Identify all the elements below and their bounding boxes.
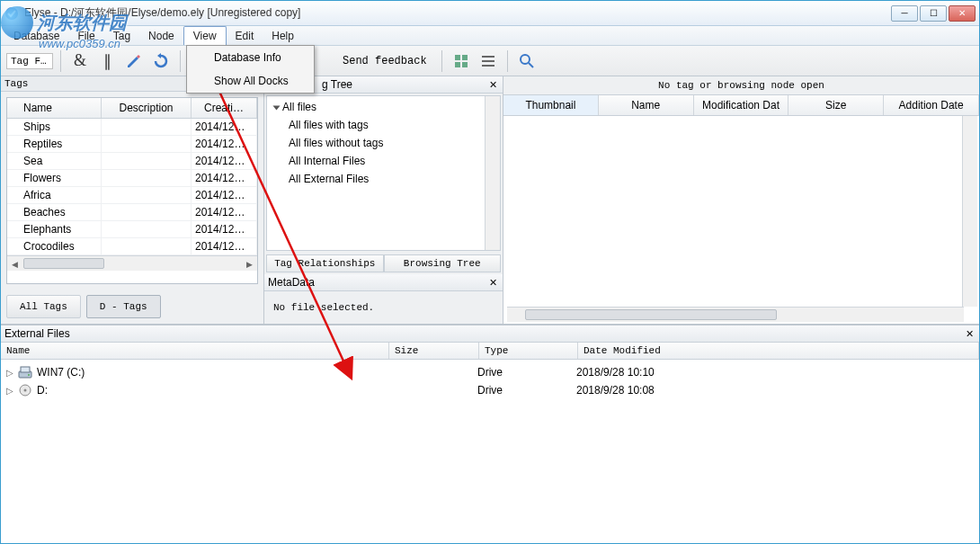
external-files-title: External Files — [4, 327, 70, 340]
col-description[interactable]: Description — [102, 98, 192, 118]
menu-database[interactable]: Database — [4, 26, 68, 45]
close-button[interactable]: ✕ — [949, 5, 976, 22]
table-row[interactable]: Reptiles2014/12… — [7, 136, 257, 153]
table-row[interactable]: Africa2014/12… — [7, 187, 257, 204]
tab-d-tags[interactable]: D - Tags — [86, 295, 161, 318]
thumb-vscrollbar[interactable] — [962, 116, 977, 307]
table-row[interactable]: Ships2014/12… — [7, 119, 257, 136]
tab-tag-relationships[interactable]: Tag Relationships — [266, 254, 384, 272]
scroll-left-icon[interactable]: ◀ — [7, 256, 22, 272]
menu-file[interactable]: File — [68, 26, 103, 45]
send-feedback-button[interactable]: Send feedback — [335, 55, 434, 67]
close-dock-icon[interactable]: ✕ — [486, 276, 499, 289]
ampersand-button[interactable]: & — [68, 49, 92, 73]
middle-column: g Tree ✕ All files All files with tags A… — [264, 76, 503, 324]
tree-root[interactable]: All files — [267, 98, 500, 116]
col-size[interactable]: Size — [389, 343, 479, 359]
col-date-modified[interactable]: Date Modified — [578, 343, 979, 359]
upper-split: Tags Name Description Creati… Ships2014/… — [1, 76, 979, 325]
scroll-right-icon[interactable]: ▶ — [242, 256, 257, 272]
list-item[interactable]: ▷WIN7 (C:)Drive2018/9/28 10:10 — [1, 363, 979, 381]
svg-point-14 — [24, 389, 27, 392]
titlebar: Elyse - D:/河东软件园/Elyse/demo.ely [Unregis… — [1, 1, 979, 26]
external-files-panel: External Files ✕ Name Size Type Date Mod… — [1, 325, 979, 543]
menubar: Database File Tag Node View Edit Help — [1, 26, 979, 46]
minimize-button[interactable]: ─ — [891, 5, 918, 22]
svg-rect-7 — [482, 65, 494, 67]
menu-help[interactable]: Help — [263, 26, 303, 45]
tab-browsing-tree[interactable]: Browsing Tree — [384, 254, 502, 272]
tree-vscrollbar[interactable] — [485, 96, 500, 250]
scroll-thumb[interactable] — [23, 258, 104, 269]
svg-rect-1 — [455, 55, 460, 60]
menu-tag[interactable]: Tag — [104, 26, 139, 45]
col-name[interactable]: Name — [7, 98, 102, 118]
svg-point-12 — [28, 374, 30, 376]
svg-line-9 — [529, 63, 533, 67]
close-dock-icon[interactable]: ✕ — [486, 78, 499, 91]
menu-node[interactable]: Node — [139, 26, 183, 45]
browsing-tree-title: g Tree — [322, 78, 352, 91]
svg-point-0 — [5, 7, 18, 20]
refresh-icon[interactable] — [149, 49, 173, 73]
tag-filter-field[interactable]: Tag F… — [6, 53, 53, 69]
maximize-button[interactable]: ☐ — [920, 5, 947, 22]
tags-hscrollbar[interactable]: ◀ ▶ — [7, 255, 257, 271]
no-tag-message: No tag or browsing node open — [503, 76, 979, 95]
expand-icon[interactable]: ▷ — [6, 368, 17, 378]
svg-rect-6 — [482, 60, 494, 62]
table-row[interactable]: Flowers2014/12… — [7, 170, 257, 187]
menu-view[interactable]: View — [183, 26, 227, 45]
table-row[interactable]: Beaches2014/12… — [7, 204, 257, 221]
menu-edit[interactable]: Edit — [227, 26, 263, 45]
table-row[interactable]: Crocodiles2014/12… — [7, 238, 257, 255]
browsing-tree: All files All files with tags All files … — [266, 95, 501, 251]
tree-item[interactable]: All Internal Files — [267, 152, 500, 170]
col-addition[interactable]: Addition Date — [884, 95, 979, 115]
view-grid-icon[interactable] — [450, 49, 473, 73]
col-thumbnail[interactable]: Thumbnail — [503, 95, 599, 115]
tree-item[interactable]: All files with tags — [267, 116, 500, 134]
col-type[interactable]: Type — [479, 343, 578, 359]
toolbar-separator — [507, 50, 508, 72]
pencil-icon[interactable] — [122, 49, 146, 73]
table-row[interactable]: Sea2014/12… — [7, 153, 257, 170]
svg-rect-2 — [462, 55, 468, 60]
tree-item[interactable]: All files without tags — [267, 134, 500, 152]
tags-grid-header: Name Description Creati… — [7, 98, 257, 119]
search-icon[interactable] — [515, 49, 539, 73]
col-creation[interactable]: Creati… — [192, 98, 257, 118]
tags-panel: Tags Name Description Creati… Ships2014/… — [1, 76, 264, 324]
view-list-icon[interactable] — [477, 49, 500, 73]
app-icon — [4, 6, 19, 21]
metadata-header: MetaData ✕ — [264, 274, 503, 291]
dropdown-show-all-docks[interactable]: Show All Docks — [187, 69, 314, 93]
dropdown-database-info[interactable]: Database Info — [187, 46, 314, 69]
svg-rect-3 — [455, 62, 460, 67]
metadata-title: MetaData — [268, 276, 315, 289]
toolbar: Tag F… & ∥ Send feedback — [1, 46, 979, 76]
table-row[interactable]: Elephants2014/12… — [7, 221, 257, 238]
col-modification[interactable]: Modification Dat — [694, 95, 789, 115]
toolbar-separator — [60, 50, 61, 72]
col-name[interactable]: Name — [599, 95, 694, 115]
drive-icon — [17, 365, 33, 379]
thumb-hscrollbar[interactable] — [507, 307, 964, 322]
metadata-body: No file selected. — [264, 291, 503, 324]
tab-all-tags[interactable]: All Tags — [6, 295, 81, 318]
tree-tabs: Tag Relationships Browsing Tree — [266, 254, 501, 272]
external-rows: ▷WIN7 (C:)Drive2018/9/28 10:10▷D:Drive20… — [1, 360, 979, 543]
toolbar-separator — [441, 50, 442, 72]
close-dock-icon[interactable]: ✕ — [963, 327, 976, 340]
col-size[interactable]: Size — [788, 95, 884, 115]
svg-rect-4 — [462, 62, 468, 67]
col-name[interactable]: Name — [1, 343, 389, 359]
tags-grid: Name Description Creati… Ships2014/12…Re… — [6, 97, 258, 284]
tree-item[interactable]: All External Files — [267, 170, 500, 188]
pause-button[interactable]: ∥ — [95, 49, 119, 73]
expand-icon[interactable]: ▷ — [6, 386, 17, 396]
caret-down-icon — [273, 105, 281, 110]
list-item[interactable]: ▷D:Drive2018/9/28 10:08 — [1, 381, 979, 399]
scroll-thumb[interactable] — [525, 309, 777, 320]
svg-rect-11 — [21, 367, 30, 372]
